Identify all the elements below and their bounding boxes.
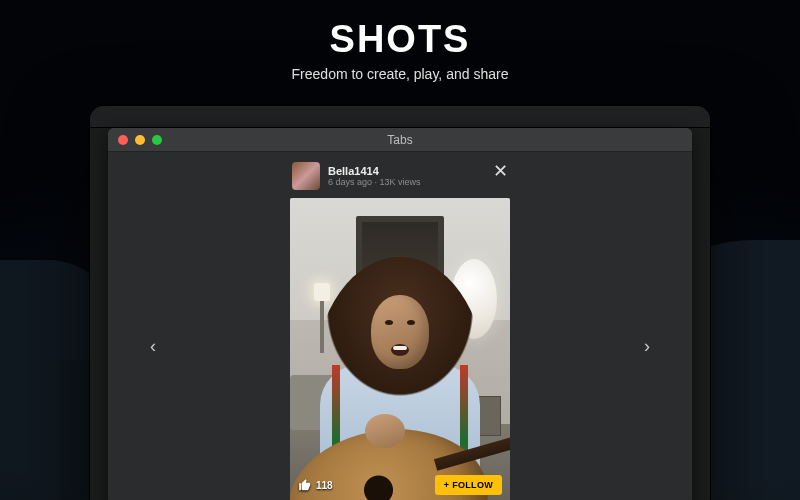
follow-button[interactable]: + FOLLOW — [435, 475, 502, 495]
window-title: Tabs — [108, 133, 692, 147]
window-close-button[interactable] — [118, 135, 128, 145]
promo-stage: SHOTS Freedom to create, play, and share… — [0, 0, 800, 500]
author-avatar[interactable] — [292, 162, 320, 190]
video-overlay-bar: 118 + FOLLOW — [290, 467, 510, 500]
next-shot-button[interactable]: › — [632, 336, 662, 357]
like-button[interactable]: 118 — [298, 478, 333, 492]
like-count: 118 — [316, 480, 333, 491]
window-zoom-button[interactable] — [152, 135, 162, 145]
scene-person-face — [371, 295, 429, 369]
app-content: ‹ › Bella1414 6 days ago · 13K views ✕ — [108, 152, 692, 500]
thumb-up-icon — [298, 478, 312, 492]
hero-title: SHOTS — [0, 18, 800, 61]
window-traffic-lights — [108, 135, 162, 145]
shot-header: Bella1414 6 days ago · 13K views ✕ — [290, 152, 510, 198]
author-username[interactable]: Bella1414 — [328, 165, 421, 178]
mac-bezel-top — [90, 106, 710, 128]
close-shot-button[interactable]: ✕ — [493, 162, 508, 180]
mac-frame: Tabs ‹ › Bella1414 6 days ago · 13K view… — [90, 106, 710, 500]
shot-meta: 6 days ago · 13K views — [328, 177, 421, 187]
author-info: Bella1414 6 days ago · 13K views — [328, 165, 421, 188]
shot-video[interactable]: 118 + FOLLOW — [290, 198, 510, 500]
shot-card: Bella1414 6 days ago · 13K views ✕ — [290, 152, 510, 500]
window-minimize-button[interactable] — [135, 135, 145, 145]
prev-shot-button[interactable]: ‹ — [138, 336, 168, 357]
scene-person-hair — [315, 257, 485, 497]
window-titlebar[interactable]: Tabs — [108, 128, 692, 152]
hero-subtitle: Freedom to create, play, and share — [0, 66, 800, 82]
app-window: Tabs ‹ › Bella1414 6 days ago · 13K view… — [108, 128, 692, 500]
